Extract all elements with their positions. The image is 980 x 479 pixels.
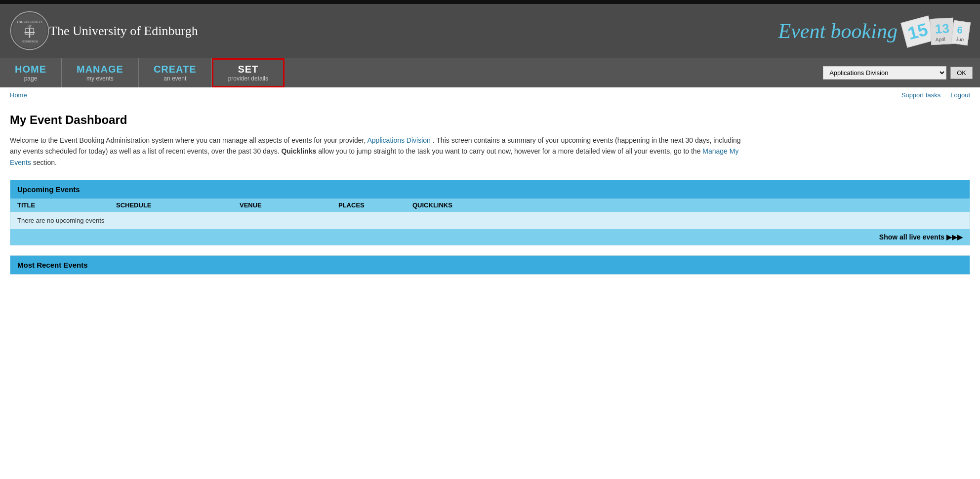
- nav-set-sub: provider details: [228, 75, 268, 82]
- intro-part-3: allow you to jump straight to the task y…: [318, 147, 700, 155]
- recent-events-header: Most Recent Events: [10, 256, 970, 274]
- nav-right: Applications Division OK: [816, 58, 980, 87]
- nav-home-sub: page: [24, 75, 38, 82]
- breadcrumb-bar: Home Support tasks Logout: [0, 87, 980, 103]
- provider-link[interactable]: Applications Division: [367, 136, 430, 144]
- intro-part-4: section.: [33, 159, 57, 166]
- intro-text: Welcome to the Event Booking Administrat…: [10, 135, 751, 168]
- col-places: PLACES: [338, 201, 412, 209]
- upcoming-events-columns: TITLE SCHEDULE VENUE PLACES QUICKLINKS: [10, 199, 970, 212]
- nav-manage[interactable]: MANAGE my events: [62, 58, 139, 87]
- upcoming-events-table: Upcoming Events TITLE SCHEDULE VENUE PLA…: [10, 180, 970, 245]
- support-tasks-link[interactable]: Support tasks: [901, 91, 941, 99]
- header-right: Event booking 15 13 April 6 Jun: [778, 17, 970, 45]
- cal-page-3: 6 Jun: [951, 20, 971, 45]
- nav-manage-sub: my events: [86, 75, 114, 82]
- top-black-bar: [0, 0, 980, 4]
- no-events-message: There are no upcoming events: [17, 217, 104, 224]
- no-upcoming-events-row: There are no upcoming events: [10, 212, 970, 229]
- event-booking-label: Event booking: [778, 19, 897, 43]
- show-all-live-events-link[interactable]: Show all live events ▶▶▶: [879, 233, 963, 241]
- university-logo: THE UNIVERSITY OF EDINBURGH: [10, 11, 49, 52]
- breadcrumb-right: Support tasks Logout: [901, 91, 970, 99]
- col-venue: VENUE: [240, 201, 338, 209]
- university-title: The University of Edinburgh: [49, 24, 198, 39]
- ok-button[interactable]: OK: [950, 67, 973, 79]
- nav-manage-main: MANAGE: [77, 64, 123, 75]
- quicklinks-bold: Quicklinks: [281, 147, 316, 155]
- svg-text:THE UNIVERSITY: THE UNIVERSITY: [17, 20, 43, 23]
- breadcrumb-home[interactable]: Home: [10, 91, 27, 99]
- nav-set-main: SET: [238, 64, 258, 75]
- svg-text:EDINBURGH: EDINBURGH: [22, 40, 38, 43]
- intro-part-1: Welcome to the Event Booking Administrat…: [10, 136, 366, 144]
- upcoming-events-header: Upcoming Events: [10, 180, 970, 199]
- recent-events-table: Most Recent Events: [10, 255, 970, 275]
- nav-create-sub: an event: [163, 75, 186, 82]
- page-title: My Event Dashboard: [10, 113, 970, 127]
- nav-create-main: CREATE: [154, 64, 197, 75]
- col-quicklinks: QUICKLINKS: [412, 201, 963, 209]
- nav-create[interactable]: CREATE an event: [139, 58, 212, 87]
- nav-home-main: HOME: [15, 64, 46, 75]
- logout-link[interactable]: Logout: [950, 91, 970, 99]
- navbar: HOME page MANAGE my events CREATE an eve…: [0, 58, 980, 87]
- col-title: TITLE: [17, 201, 116, 209]
- calendar-decoration: 15 13 April 6 Jun: [902, 17, 970, 45]
- provider-dropdown[interactable]: Applications Division: [823, 66, 946, 80]
- header: THE UNIVERSITY OF EDINBURGH The Universi…: [0, 4, 980, 58]
- svg-text:OF: OF: [28, 24, 32, 27]
- col-schedule: SCHEDULE: [116, 201, 240, 209]
- main-content: My Event Dashboard Welcome to the Event …: [0, 103, 980, 294]
- nav-home[interactable]: HOME page: [0, 58, 62, 87]
- upcoming-events-footer: Show all live events ▶▶▶: [10, 229, 970, 245]
- nav-set[interactable]: SET provider details: [212, 58, 285, 87]
